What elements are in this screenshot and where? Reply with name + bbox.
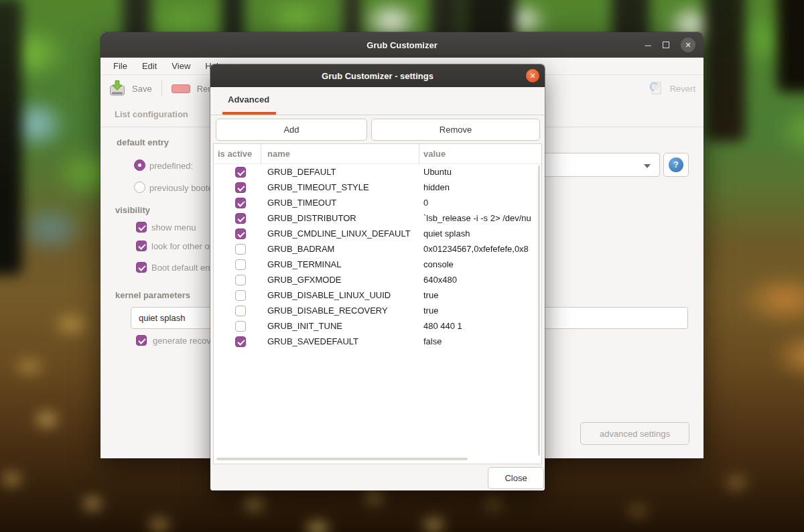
table-row[interactable]: GRUB_INIT_TUNE480 440 1	[214, 318, 541, 334]
column-is-active[interactable]: is active	[214, 144, 261, 163]
setting-name: GRUB_DISABLE_LINUX_UUID	[261, 290, 419, 300]
previously-booted-radio[interactable]	[134, 182, 145, 193]
setting-value: 0	[419, 198, 541, 208]
active-tab-underline	[222, 112, 276, 115]
row-checkbox-checked[interactable]	[235, 336, 246, 347]
table-row[interactable]: GRUB_TERMINALconsole	[214, 257, 541, 272]
tree-trunk	[777, 0, 804, 92]
row-checkbox-checked[interactable]	[235, 167, 246, 178]
predefined-label[interactable]: predefined:	[149, 161, 193, 171]
tree-trunk	[705, 0, 746, 141]
table-row[interactable]: GRUB_DISABLE_RECOVERYtrue	[214, 303, 541, 318]
column-value[interactable]: value	[419, 144, 541, 163]
table-row[interactable]: GRUB_CMDLINE_LINUX_DEFAULTquiet splash	[214, 226, 541, 241]
save-button[interactable]: Save	[132, 84, 152, 94]
row-checkbox-checked[interactable]	[235, 213, 246, 224]
default-entry-heading: default entry	[117, 137, 169, 147]
menu-view[interactable]: View	[164, 61, 198, 71]
row-checkbox-checked[interactable]	[235, 198, 246, 208]
table-row[interactable]: GRUB_SAVEDEFAULTfalse	[214, 334, 541, 349]
table-row[interactable]: GRUB_DEFAULTUbuntu	[214, 164, 541, 180]
is-active-cell	[214, 306, 261, 316]
setting-value: hidden	[419, 182, 541, 192]
remove-icon	[172, 84, 190, 93]
table-row[interactable]: GRUB_TIMEOUT_STYLEhidden	[214, 180, 541, 195]
titlebar[interactable]: Grub Customizer ─ ✕	[100, 32, 704, 58]
is-active-cell	[214, 198, 261, 208]
row-checkbox-checked[interactable]	[235, 228, 246, 239]
visibility-heading: visibility	[115, 205, 150, 215]
add-button[interactable]: Add	[216, 119, 367, 141]
is-active-cell	[214, 321, 261, 332]
setting-name: GRUB_INIT_TUNE	[261, 321, 419, 331]
is-active-cell	[214, 244, 261, 255]
dialog-titlebar[interactable]: Grub Customizer - settings ✕	[210, 64, 545, 87]
table-row[interactable]: GRUB_DISABLE_LINUX_UUIDtrue	[214, 287, 541, 303]
row-checkbox-checked[interactable]	[235, 182, 246, 193]
maximize-icon[interactable]	[663, 42, 669, 48]
setting-name: GRUB_DISTRIBUTOR	[261, 213, 419, 223]
setting-value: true	[419, 290, 541, 300]
advanced-settings-button[interactable]: advanced settings	[580, 422, 689, 445]
is-active-cell	[214, 213, 261, 224]
setting-name: GRUB_GFXMODE	[261, 275, 419, 285]
row-checkbox-unchecked[interactable]	[235, 290, 246, 301]
setting-value: console	[419, 259, 541, 269]
settings-table-body: GRUB_DEFAULTUbuntuGRUB_TIMEOUT_STYLEhidd…	[214, 164, 541, 349]
table-header: is active name value	[214, 144, 541, 164]
row-checkbox-unchecked[interactable]	[235, 275, 246, 285]
dialog-close-icon[interactable]: ✕	[526, 69, 539, 82]
is-active-cell	[214, 275, 261, 285]
tab-strip: Advanced	[210, 87, 545, 115]
menu-edit[interactable]: Edit	[135, 61, 164, 71]
tab-advanced[interactable]: Advanced	[228, 94, 269, 105]
revert-icon	[647, 80, 663, 96]
revert-group[interactable]: Revert	[647, 75, 695, 102]
is-active-cell	[214, 259, 261, 270]
table-row[interactable]: GRUB_DISTRIBUTOR`lsb_release -i -s 2> /d…	[214, 210, 541, 226]
setting-value: `lsb_release -i -s 2> /dev/nu	[419, 213, 541, 223]
revert-button[interactable]: Revert	[670, 84, 695, 94]
column-name[interactable]: name	[261, 144, 419, 163]
chevron-down-icon	[644, 164, 651, 168]
predefined-radio[interactable]	[134, 159, 145, 171]
setting-name: GRUB_SAVEDEFAULT	[261, 336, 419, 346]
setting-name: GRUB_TIMEOUT_STYLE	[261, 182, 419, 192]
setting-name: GRUB_DEFAULT	[261, 167, 419, 177]
row-checkbox-unchecked[interactable]	[235, 321, 246, 332]
toolbar-separator	[161, 80, 162, 96]
is-active-cell	[214, 167, 261, 178]
section-header: List configuration	[115, 109, 188, 119]
setting-value: 480 440 1	[419, 321, 541, 331]
row-checkbox-unchecked[interactable]	[235, 259, 246, 270]
is-active-cell	[214, 336, 261, 347]
show-menu-checkbox[interactable]	[136, 222, 147, 232]
is-active-cell	[214, 228, 261, 239]
settings-dialog: Grub Customizer - settings ✕ Advanced Ad…	[210, 64, 545, 490]
setting-value: Ubuntu	[419, 167, 541, 177]
row-checkbox-unchecked[interactable]	[235, 306, 246, 316]
close-button[interactable]: Close	[488, 467, 544, 489]
settings-table: is active name value GRUB_DEFAULTUbuntuG…	[213, 143, 542, 464]
help-icon: ?	[669, 157, 683, 172]
show-menu-label[interactable]: show menu	[151, 222, 196, 232]
minimize-icon[interactable]: ─	[645, 41, 651, 50]
window-title: Grub Customizer	[366, 40, 437, 50]
table-row[interactable]: GRUB_TIMEOUT0	[214, 195, 541, 210]
remove-setting-button[interactable]: Remove	[371, 119, 540, 141]
table-row[interactable]: GRUB_GFXMODE640x480	[214, 272, 541, 287]
horizontal-scrollbar[interactable]	[216, 458, 468, 460]
tree-trunk	[0, 0, 22, 275]
help-button[interactable]: ?	[663, 153, 689, 177]
menu-file[interactable]: File	[106, 61, 135, 71]
is-active-cell	[214, 182, 261, 193]
setting-value: 0x01234567,0xfefefefe,0x8	[419, 244, 541, 254]
generate-recovery-checkbox[interactable]	[136, 335, 147, 346]
vertical-scrollbar[interactable]	[538, 165, 540, 456]
boot-default-checkbox[interactable]	[136, 262, 147, 273]
close-icon[interactable]: ✕	[681, 38, 695, 52]
setting-name: GRUB_TIMEOUT	[261, 198, 419, 208]
table-row[interactable]: GRUB_BADRAM0x01234567,0xfefefefe,0x8	[214, 241, 541, 257]
row-checkbox-unchecked[interactable]	[235, 244, 246, 255]
look-for-other-checkbox[interactable]	[136, 241, 147, 251]
